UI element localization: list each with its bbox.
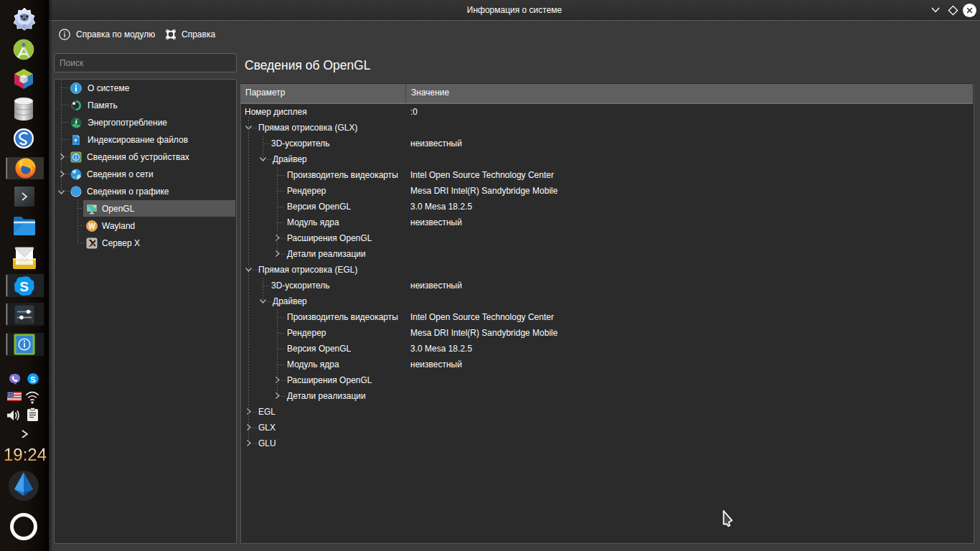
svg-text:S: S [30, 375, 35, 384]
svg-text:W: W [88, 222, 95, 230]
svg-text:S: S [19, 279, 29, 294]
